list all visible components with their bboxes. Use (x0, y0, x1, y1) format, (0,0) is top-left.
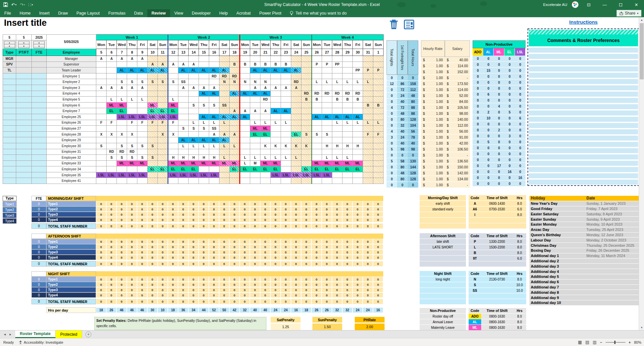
nonproductive-cell[interactable]: 0 (504, 145, 515, 151)
shift-count-cell[interactable]: 0 (332, 293, 342, 297)
shift-count-cell[interactable]: 0 (250, 255, 260, 260)
roster-cell[interactable] (312, 143, 322, 149)
shift-total-cell[interactable]: 0 (281, 261, 291, 266)
stats-cell[interactable]: 48 (397, 110, 408, 116)
nonproductive-cell[interactable]: 3 (504, 133, 515, 139)
pay-cell[interactable]: $91.00 (445, 134, 470, 140)
sheet-nav-right-icon[interactable]: ► (9, 333, 12, 336)
comments-panel[interactable]: Comments & Roster Preferences (528, 28, 639, 186)
nonproductive-cell[interactable]: 0 (515, 133, 526, 139)
nonproductive-cell[interactable]: 0 (494, 175, 504, 181)
roster-cell[interactable] (260, 178, 271, 184)
employee-ptft-cell[interactable] (16, 62, 32, 67)
nonproductive-cell[interactable]: 0 (494, 151, 504, 157)
stats-cell[interactable]: 0 (387, 99, 397, 105)
roster-cell[interactable] (373, 126, 384, 132)
shift-total-cell[interactable]: 0 (343, 224, 352, 229)
roster-cell[interactable]: A (178, 85, 189, 91)
roster-cell[interactable] (353, 85, 363, 91)
roster-cell[interactable] (332, 56, 343, 62)
roster-cell[interactable] (178, 120, 189, 126)
shift-count-cell[interactable]: 0 (332, 287, 342, 292)
employee-type-cell[interactable] (3, 166, 16, 172)
shift-total-cell[interactable]: 0 (301, 299, 311, 304)
shift-total-cell[interactable]: 0 (312, 261, 321, 266)
shift-count-cell[interactable]: 0 (353, 255, 362, 260)
employee-type-cell[interactable] (3, 79, 16, 85)
roster-cell[interactable] (363, 166, 373, 172)
roster-cell[interactable]: L (281, 155, 291, 161)
shift-total-cell[interactable]: 0 (168, 299, 178, 304)
nonproductive-cell[interactable]: 0 (473, 121, 483, 127)
roster-cell[interactable]: ML (148, 102, 158, 108)
roster-cell[interactable] (199, 131, 209, 137)
stats-cell[interactable]: 128 (408, 176, 418, 182)
roster-cell[interactable] (373, 166, 384, 172)
shift-count-cell[interactable]: 0 (189, 201, 198, 206)
ribbon-tab-data[interactable]: Data (130, 9, 147, 17)
shift-count-cell[interactable]: 0 (240, 207, 250, 211)
roster-cell[interactable] (148, 126, 158, 132)
roster-cell[interactable] (107, 143, 117, 149)
hrs-per-day-cell[interactable]: 16 (373, 308, 383, 313)
shift-count-cell[interactable]: 0 (189, 287, 198, 292)
roster-cell[interactable]: S (117, 143, 127, 149)
roster-cell[interactable]: L (199, 143, 209, 149)
roster-cell[interactable] (178, 73, 189, 79)
roster-cell[interactable] (168, 178, 178, 184)
roster-cell[interactable]: N (260, 79, 271, 85)
shift-count-cell[interactable]: 0 (127, 244, 137, 249)
pay-cell[interactable]: $1.00 (421, 105, 445, 110)
roster-cell[interactable]: ML (127, 160, 137, 166)
roster-cell[interactable] (199, 56, 209, 62)
roster-cell[interactable] (199, 108, 209, 114)
stats-cell[interactable]: 144 (408, 164, 418, 170)
roster-cell[interactable] (219, 178, 230, 184)
roster-cell[interactable] (230, 172, 240, 178)
scroll-down-icon[interactable]: ▼ (639, 325, 644, 330)
roster-cell[interactable] (158, 155, 168, 161)
stats-cell[interactable]: 86 (397, 81, 408, 87)
roster-cell[interactable]: S (301, 131, 312, 137)
roster-cell[interactable] (373, 143, 384, 149)
roster-cell[interactable]: B (301, 97, 312, 103)
spinner-control[interactable]: ▲▼ (16, 40, 32, 49)
shift-total-cell[interactable]: 0 (281, 299, 291, 304)
shift-count-cell[interactable]: 0 (117, 282, 126, 287)
roster-cell[interactable] (301, 137, 312, 143)
shift-count-cell[interactable]: 0 (301, 250, 311, 254)
stats-cell[interactable]: 0 (397, 75, 408, 81)
shift-count-cell[interactable]: 0 (281, 282, 291, 287)
comments-row[interactable] (529, 123, 638, 128)
roster-cell[interactable]: S (148, 79, 158, 85)
stats-cell[interactable]: 24 (397, 134, 408, 140)
roster-cell[interactable]: AL (291, 67, 301, 73)
roster-cell[interactable]: EL (148, 108, 158, 114)
roster-cell[interactable] (353, 149, 363, 155)
roster-cell[interactable]: L (353, 120, 363, 126)
shift-total-cell[interactable]: 0 (353, 261, 362, 266)
shift-total-cell[interactable]: 0 (168, 224, 178, 229)
shift-count-cell[interactable]: 0 (209, 277, 219, 281)
roster-cell[interactable] (291, 166, 301, 172)
roster-cell[interactable] (240, 102, 250, 108)
delete-roster-icon[interactable] (388, 19, 400, 30)
shift-count-cell[interactable]: 0 (343, 250, 352, 254)
roster-cell[interactable] (281, 149, 291, 155)
roster-cell[interactable]: AL (199, 67, 209, 73)
roster-cell[interactable] (158, 126, 168, 132)
roster-cell[interactable] (199, 62, 209, 67)
roster-cell[interactable]: L (260, 120, 271, 126)
shift-count-cell[interactable]: 0 (209, 201, 219, 206)
shift-total-cell[interactable]: 0 (137, 261, 147, 266)
roster-cell[interactable]: P (322, 62, 332, 67)
roster-cell[interactable]: L (271, 155, 281, 161)
roster-cell[interactable] (168, 73, 178, 79)
stats-cell[interactable]: 80 (397, 164, 408, 170)
nonproductive-cell[interactable]: 0 (483, 175, 494, 181)
shift-count-cell[interactable]: 0 (209, 244, 219, 249)
nonproductive-cell[interactable]: 0 (504, 85, 515, 91)
roster-cell[interactable] (312, 155, 322, 161)
roster-cell[interactable] (363, 108, 373, 114)
roster-cell[interactable] (301, 155, 312, 161)
